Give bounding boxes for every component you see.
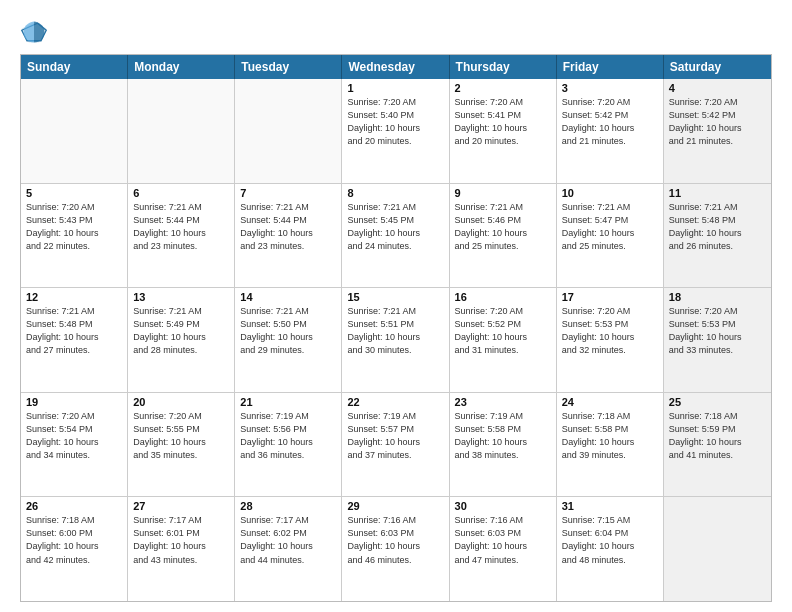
day-number: 11	[669, 187, 766, 199]
day-number: 1	[347, 82, 443, 94]
day-number: 14	[240, 291, 336, 303]
day-number: 26	[26, 500, 122, 512]
day-number: 24	[562, 396, 658, 408]
cell-info: Sunrise: 7:21 AM Sunset: 5:47 PM Dayligh…	[562, 201, 658, 253]
calendar-cell-0-0	[21, 79, 128, 183]
page: SundayMondayTuesdayWednesdayThursdayFrid…	[0, 0, 792, 612]
day-number: 23	[455, 396, 551, 408]
calendar-cell-1-0: 5Sunrise: 7:20 AM Sunset: 5:43 PM Daylig…	[21, 184, 128, 288]
cell-info: Sunrise: 7:21 AM Sunset: 5:44 PM Dayligh…	[240, 201, 336, 253]
calendar-body: 1Sunrise: 7:20 AM Sunset: 5:40 PM Daylig…	[21, 79, 771, 601]
calendar-cell-2-5: 17Sunrise: 7:20 AM Sunset: 5:53 PM Dayli…	[557, 288, 664, 392]
day-number: 19	[26, 396, 122, 408]
calendar-cell-0-1	[128, 79, 235, 183]
cell-info: Sunrise: 7:21 AM Sunset: 5:48 PM Dayligh…	[669, 201, 766, 253]
cell-info: Sunrise: 7:17 AM Sunset: 6:01 PM Dayligh…	[133, 514, 229, 566]
day-number: 15	[347, 291, 443, 303]
weekday-header-thursday: Thursday	[450, 55, 557, 79]
calendar-row-1: 5Sunrise: 7:20 AM Sunset: 5:43 PM Daylig…	[21, 183, 771, 288]
cell-info: Sunrise: 7:21 AM Sunset: 5:50 PM Dayligh…	[240, 305, 336, 357]
logo	[20, 18, 52, 46]
calendar-cell-3-1: 20Sunrise: 7:20 AM Sunset: 5:55 PM Dayli…	[128, 393, 235, 497]
cell-info: Sunrise: 7:16 AM Sunset: 6:03 PM Dayligh…	[347, 514, 443, 566]
day-number: 6	[133, 187, 229, 199]
calendar-cell-4-4: 30Sunrise: 7:16 AM Sunset: 6:03 PM Dayli…	[450, 497, 557, 601]
calendar-cell-3-4: 23Sunrise: 7:19 AM Sunset: 5:58 PM Dayli…	[450, 393, 557, 497]
day-number: 22	[347, 396, 443, 408]
cell-info: Sunrise: 7:20 AM Sunset: 5:53 PM Dayligh…	[669, 305, 766, 357]
weekday-header-saturday: Saturday	[664, 55, 771, 79]
calendar-cell-0-3: 1Sunrise: 7:20 AM Sunset: 5:40 PM Daylig…	[342, 79, 449, 183]
cell-info: Sunrise: 7:20 AM Sunset: 5:55 PM Dayligh…	[133, 410, 229, 462]
calendar-cell-0-2	[235, 79, 342, 183]
calendar-cell-4-6	[664, 497, 771, 601]
calendar-cell-2-4: 16Sunrise: 7:20 AM Sunset: 5:52 PM Dayli…	[450, 288, 557, 392]
cell-info: Sunrise: 7:15 AM Sunset: 6:04 PM Dayligh…	[562, 514, 658, 566]
calendar-row-0: 1Sunrise: 7:20 AM Sunset: 5:40 PM Daylig…	[21, 79, 771, 183]
day-number: 2	[455, 82, 551, 94]
calendar-cell-4-1: 27Sunrise: 7:17 AM Sunset: 6:01 PM Dayli…	[128, 497, 235, 601]
cell-info: Sunrise: 7:18 AM Sunset: 6:00 PM Dayligh…	[26, 514, 122, 566]
calendar-cell-0-4: 2Sunrise: 7:20 AM Sunset: 5:41 PM Daylig…	[450, 79, 557, 183]
cell-info: Sunrise: 7:21 AM Sunset: 5:49 PM Dayligh…	[133, 305, 229, 357]
cell-info: Sunrise: 7:18 AM Sunset: 5:59 PM Dayligh…	[669, 410, 766, 462]
day-number: 4	[669, 82, 766, 94]
cell-info: Sunrise: 7:21 AM Sunset: 5:51 PM Dayligh…	[347, 305, 443, 357]
day-number: 9	[455, 187, 551, 199]
logo-icon	[20, 18, 48, 46]
day-number: 10	[562, 187, 658, 199]
day-number: 31	[562, 500, 658, 512]
day-number: 30	[455, 500, 551, 512]
cell-info: Sunrise: 7:21 AM Sunset: 5:48 PM Dayligh…	[26, 305, 122, 357]
cell-info: Sunrise: 7:21 AM Sunset: 5:46 PM Dayligh…	[455, 201, 551, 253]
header	[20, 18, 772, 46]
day-number: 13	[133, 291, 229, 303]
day-number: 16	[455, 291, 551, 303]
cell-info: Sunrise: 7:20 AM Sunset: 5:41 PM Dayligh…	[455, 96, 551, 148]
day-number: 28	[240, 500, 336, 512]
cell-info: Sunrise: 7:20 AM Sunset: 5:54 PM Dayligh…	[26, 410, 122, 462]
calendar-cell-4-2: 28Sunrise: 7:17 AM Sunset: 6:02 PM Dayli…	[235, 497, 342, 601]
day-number: 27	[133, 500, 229, 512]
calendar-row-2: 12Sunrise: 7:21 AM Sunset: 5:48 PM Dayli…	[21, 287, 771, 392]
cell-info: Sunrise: 7:21 AM Sunset: 5:44 PM Dayligh…	[133, 201, 229, 253]
day-number: 18	[669, 291, 766, 303]
cell-info: Sunrise: 7:19 AM Sunset: 5:56 PM Dayligh…	[240, 410, 336, 462]
calendar-cell-0-5: 3Sunrise: 7:20 AM Sunset: 5:42 PM Daylig…	[557, 79, 664, 183]
cell-info: Sunrise: 7:20 AM Sunset: 5:42 PM Dayligh…	[562, 96, 658, 148]
cell-info: Sunrise: 7:19 AM Sunset: 5:58 PM Dayligh…	[455, 410, 551, 462]
day-number: 25	[669, 396, 766, 408]
calendar-header: SundayMondayTuesdayWednesdayThursdayFrid…	[21, 55, 771, 79]
weekday-header-tuesday: Tuesday	[235, 55, 342, 79]
cell-info: Sunrise: 7:19 AM Sunset: 5:57 PM Dayligh…	[347, 410, 443, 462]
calendar-cell-1-3: 8Sunrise: 7:21 AM Sunset: 5:45 PM Daylig…	[342, 184, 449, 288]
calendar-cell-3-5: 24Sunrise: 7:18 AM Sunset: 5:58 PM Dayli…	[557, 393, 664, 497]
day-number: 29	[347, 500, 443, 512]
cell-info: Sunrise: 7:20 AM Sunset: 5:42 PM Dayligh…	[669, 96, 766, 148]
calendar-cell-2-6: 18Sunrise: 7:20 AM Sunset: 5:53 PM Dayli…	[664, 288, 771, 392]
calendar-cell-1-2: 7Sunrise: 7:21 AM Sunset: 5:44 PM Daylig…	[235, 184, 342, 288]
calendar-cell-1-5: 10Sunrise: 7:21 AM Sunset: 5:47 PM Dayli…	[557, 184, 664, 288]
calendar-cell-2-0: 12Sunrise: 7:21 AM Sunset: 5:48 PM Dayli…	[21, 288, 128, 392]
cell-info: Sunrise: 7:20 AM Sunset: 5:53 PM Dayligh…	[562, 305, 658, 357]
cell-info: Sunrise: 7:17 AM Sunset: 6:02 PM Dayligh…	[240, 514, 336, 566]
cell-info: Sunrise: 7:20 AM Sunset: 5:43 PM Dayligh…	[26, 201, 122, 253]
day-number: 3	[562, 82, 658, 94]
calendar-cell-2-2: 14Sunrise: 7:21 AM Sunset: 5:50 PM Dayli…	[235, 288, 342, 392]
calendar-cell-4-5: 31Sunrise: 7:15 AM Sunset: 6:04 PM Dayli…	[557, 497, 664, 601]
calendar: SundayMondayTuesdayWednesdayThursdayFrid…	[20, 54, 772, 602]
calendar-cell-2-3: 15Sunrise: 7:21 AM Sunset: 5:51 PM Dayli…	[342, 288, 449, 392]
day-number: 20	[133, 396, 229, 408]
calendar-cell-1-1: 6Sunrise: 7:21 AM Sunset: 5:44 PM Daylig…	[128, 184, 235, 288]
calendar-cell-4-0: 26Sunrise: 7:18 AM Sunset: 6:00 PM Dayli…	[21, 497, 128, 601]
day-number: 21	[240, 396, 336, 408]
calendar-row-3: 19Sunrise: 7:20 AM Sunset: 5:54 PM Dayli…	[21, 392, 771, 497]
cell-info: Sunrise: 7:20 AM Sunset: 5:40 PM Dayligh…	[347, 96, 443, 148]
day-number: 12	[26, 291, 122, 303]
calendar-cell-3-3: 22Sunrise: 7:19 AM Sunset: 5:57 PM Dayli…	[342, 393, 449, 497]
day-number: 5	[26, 187, 122, 199]
weekday-header-friday: Friday	[557, 55, 664, 79]
calendar-cell-1-6: 11Sunrise: 7:21 AM Sunset: 5:48 PM Dayli…	[664, 184, 771, 288]
calendar-cell-1-4: 9Sunrise: 7:21 AM Sunset: 5:46 PM Daylig…	[450, 184, 557, 288]
cell-info: Sunrise: 7:16 AM Sunset: 6:03 PM Dayligh…	[455, 514, 551, 566]
